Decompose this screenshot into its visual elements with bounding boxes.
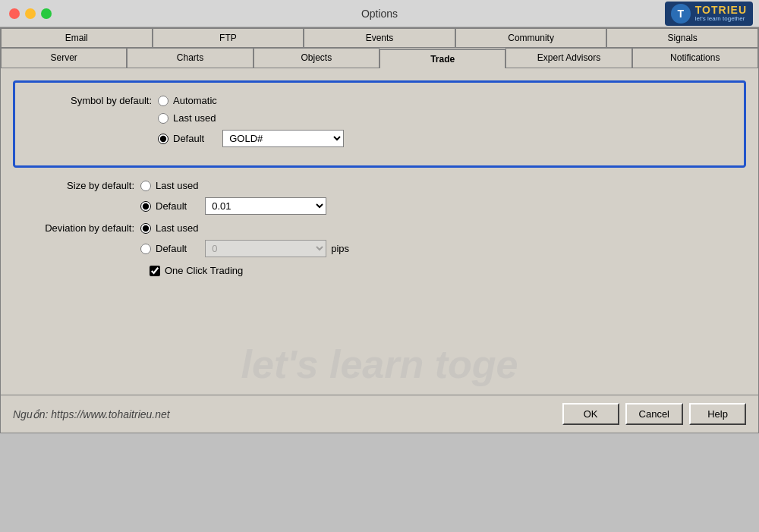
logo-name: TOTRIEU: [695, 5, 747, 16]
window-title: Options: [361, 8, 398, 20]
deviation-default-radio[interactable]: [140, 244, 151, 254]
deviation-default-label[interactable]: Default: [140, 243, 187, 254]
size-default-label[interactable]: Default: [140, 200, 187, 212]
symbol-default-row: Default GOLD# EURUSD GBPUSD USDJPY: [30, 130, 729, 147]
close-button[interactable]: [9, 8, 20, 19]
deviation-lastused-label[interactable]: Last used: [140, 222, 198, 234]
maximize-button[interactable]: [41, 8, 52, 19]
watermark: let's learn toge: [1, 342, 758, 387]
symbol-automatic-label[interactable]: Automatic: [158, 95, 217, 106]
size-default-row: Default 0.01 0.1 0.5 1.0: [13, 197, 746, 215]
size-lastused-text: Last used: [156, 180, 198, 191]
symbol-automatic-radio[interactable]: [158, 96, 168, 106]
symbol-automatic-row: Symbol by default: Automatic: [30, 95, 729, 106]
logo-text: TOTRIEU let's learn together: [695, 5, 747, 23]
tab-signals[interactable]: Signals: [606, 28, 758, 47]
pips-label: pips: [331, 243, 349, 254]
one-click-row: One Click Trading: [150, 265, 746, 276]
size-lastused-row: Size by default: Last used: [13, 180, 746, 191]
tab-ftp[interactable]: FTP: [153, 28, 304, 47]
size-lastused-radio[interactable]: [140, 181, 151, 191]
deviation-default-row: Default 0 1 2 3 5 pips: [13, 240, 746, 257]
logo-slogan: let's learn together: [695, 16, 747, 23]
size-default-text: Default: [156, 200, 187, 212]
size-label: Size by default:: [13, 180, 134, 191]
symbol-lastused-text: Last used: [173, 112, 216, 124]
deviation-dropdown-wrap: 0 1 2 3 5 pips: [205, 240, 349, 257]
tab-server[interactable]: Server: [1, 48, 127, 68]
window-controls[interactable]: [9, 8, 52, 19]
content-area: let's learn toge Symbol by default: Auto…: [1, 68, 758, 433]
deviation-label: Deviation by default:: [13, 222, 134, 234]
symbol-lastused-row: Last used: [30, 112, 729, 124]
options-dialog: Email FTP Events Community Signals Serve…: [0, 27, 759, 433]
tab-objects[interactable]: Objects: [254, 48, 380, 68]
symbol-automatic-text: Automatic: [173, 95, 217, 106]
logo-area: T TOTRIEU let's learn together: [607, 0, 759, 27]
logo-icon: T: [671, 4, 691, 24]
size-lastused-label[interactable]: Last used: [140, 180, 198, 191]
deviation-section: Deviation by default: Last used Default …: [13, 222, 746, 257]
tab-events[interactable]: Events: [304, 28, 455, 47]
symbol-dropdown[interactable]: GOLD# EURUSD GBPUSD USDJPY: [222, 130, 344, 147]
deviation-lastused-text: Last used: [156, 222, 198, 234]
symbol-section: Symbol by default: Automatic Last used: [13, 80, 746, 168]
tab-trade[interactable]: Trade: [380, 49, 505, 68]
symbol-lastused-radio[interactable]: [158, 113, 168, 124]
symbol-default-text: Default: [173, 133, 204, 144]
symbol-label: Symbol by default:: [30, 95, 152, 106]
one-click-checkbox[interactable]: [150, 266, 160, 276]
tab-community[interactable]: Community: [455, 28, 607, 47]
size-dropdown-wrap: 0.01 0.1 0.5 1.0: [205, 197, 326, 215]
deviation-dropdown[interactable]: 0 1 2 3 5: [205, 240, 326, 257]
tab-row-1: Email FTP Events Community Signals: [1, 28, 758, 48]
tab-row-2: Server Charts Objects Trade Expert Advis…: [1, 48, 758, 68]
symbol-default-radio[interactable]: [158, 134, 168, 144]
symbol-lastused-label[interactable]: Last used: [158, 112, 216, 124]
one-click-label[interactable]: One Click Trading: [150, 265, 243, 276]
tab-notifications[interactable]: Notifications: [632, 48, 758, 68]
size-default-radio[interactable]: [140, 201, 151, 212]
symbol-default-label[interactable]: Default: [158, 133, 204, 144]
logo-box: T TOTRIEU let's learn together: [665, 2, 753, 26]
tab-charts[interactable]: Charts: [127, 48, 253, 68]
tab-email[interactable]: Email: [1, 28, 153, 47]
symbol-dropdown-wrap: GOLD# EURUSD GBPUSD USDJPY: [222, 130, 344, 147]
one-click-text: One Click Trading: [165, 265, 243, 276]
deviation-lastused-radio[interactable]: [140, 223, 151, 234]
titlebar: Options T TOTRIEU let's learn together: [0, 0, 759, 27]
deviation-default-text: Default: [156, 243, 187, 254]
size-section: Size by default: Last used Default 0.01 …: [13, 180, 746, 215]
size-dropdown[interactable]: 0.01 0.1 0.5 1.0: [205, 197, 326, 215]
deviation-lastused-row: Deviation by default: Last used: [13, 222, 746, 234]
minimize-button[interactable]: [25, 8, 36, 19]
tab-expert-advisors[interactable]: Expert Advisors: [505, 48, 631, 68]
